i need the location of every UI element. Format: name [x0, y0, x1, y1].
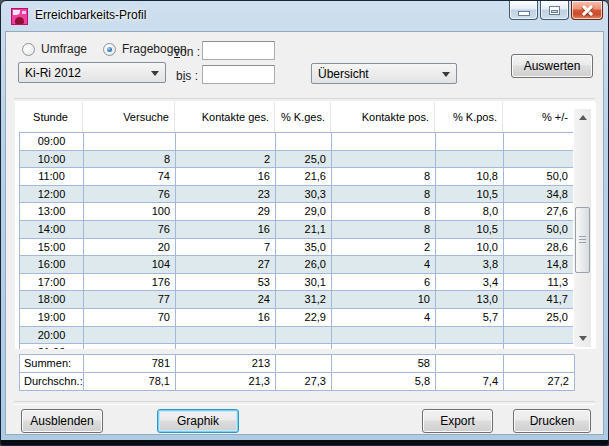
table-cell: 8 [332, 221, 436, 238]
table-cell: 2 [176, 151, 276, 168]
scroll-up-button[interactable] [574, 109, 591, 125]
table-cell: 8 [84, 151, 176, 168]
table-cell: 13,0 [436, 291, 504, 308]
table-row[interactable]: 14:00761621,1810,550,0 [19, 221, 573, 239]
table-cell: 76 [84, 221, 176, 238]
column-header[interactable]: % +/- [503, 102, 573, 132]
maximize-button[interactable] [540, 1, 569, 20]
table-cell: 100 [84, 203, 176, 220]
table-cell [176, 344, 276, 349]
chevron-down-icon [151, 71, 159, 80]
table-cell: 20 [84, 239, 176, 256]
radio-umfrage[interactable]: Umfrage [22, 42, 87, 56]
table-cell: 4 [332, 309, 436, 326]
table-cell: 15:00 [20, 239, 84, 256]
von-label: von : [174, 45, 200, 59]
table-cell: 11,3 [504, 274, 573, 291]
summary-cell: 781 [84, 355, 176, 372]
table-cell: 5,7 [436, 309, 504, 326]
window: Erreichbarkeits-Profil Umfrage Frageboge… [0, 0, 609, 446]
table-cell [436, 151, 504, 168]
window-title: Erreichbarkeits-Profil [35, 8, 146, 22]
column-header[interactable]: Kontakte pos. [331, 102, 435, 132]
table-row[interactable]: 21:00 [19, 344, 573, 349]
column-header[interactable]: % K.pos. [435, 102, 503, 132]
table-row[interactable]: 16:001042726,043,814,8 [19, 256, 573, 274]
table-header-row: StundeVersucheKontakte ges.% K.ges.Konta… [19, 102, 573, 132]
scroll-down-button[interactable] [574, 331, 591, 347]
results-table: StundeVersucheKontakte ges.% K.ges.Konta… [15, 102, 596, 349]
table-cell: 10,5 [436, 186, 504, 203]
column-header[interactable]: Kontakte ges. [175, 102, 275, 132]
ausblenden-button[interactable]: Ausblenden [21, 409, 103, 433]
drucken-button[interactable]: Drucken [513, 409, 591, 433]
table-cell [332, 133, 436, 150]
view-combobox[interactable]: Übersicht [311, 63, 457, 84]
table-cell: 16 [176, 221, 276, 238]
bis-input[interactable] [202, 65, 275, 84]
scrollbar-thumb[interactable] [575, 207, 590, 273]
table-row[interactable]: 13:001002929,088,027,6 [19, 203, 573, 221]
column-header[interactable]: Stunde [19, 102, 83, 132]
summary-cell: 27,3 [276, 373, 332, 390]
table-row[interactable]: 15:0020735,0210,028,6 [19, 239, 573, 257]
table-cell: 29 [176, 203, 276, 220]
table-cell [276, 344, 332, 349]
table-cell [84, 327, 176, 344]
column-header[interactable]: Versuche [83, 102, 175, 132]
table-cell: 8 [332, 186, 436, 203]
von-input[interactable] [202, 41, 275, 60]
minimize-button[interactable] [509, 1, 538, 20]
table-cell: 25,0 [504, 309, 573, 326]
auswerten-button[interactable]: Auswerten [511, 54, 593, 78]
close-button[interactable] [571, 1, 603, 20]
table-cell: 14:00 [20, 221, 84, 238]
table-cell: 6 [332, 274, 436, 291]
table-cell [84, 133, 176, 150]
table-cell: 28,6 [504, 239, 573, 256]
table-row[interactable]: 17:001765330,163,411,3 [19, 274, 573, 292]
table-cell: 35,0 [276, 239, 332, 256]
table-row[interactable]: 10:008225,0 [19, 151, 573, 169]
column-header[interactable]: % K.ges. [275, 102, 331, 132]
table-cell [84, 344, 176, 349]
table-cell: 41,7 [504, 291, 573, 308]
table-row[interactable]: 09:00 [19, 133, 573, 151]
minimize-icon [519, 12, 529, 15]
graphik-button[interactable]: Graphik [157, 409, 239, 433]
table-cell: 16 [176, 309, 276, 326]
table-cell: 09:00 [20, 133, 84, 150]
table-cell: 17:00 [20, 274, 84, 291]
table-cell: 21:00 [20, 344, 84, 349]
table-cell: 50,0 [504, 168, 573, 185]
table-row[interactable]: 12:00762330,3810,534,8 [19, 186, 573, 204]
vertical-scrollbar[interactable] [574, 109, 591, 347]
table-cell: 10,8 [436, 168, 504, 185]
summary-cell: 213 [176, 355, 276, 372]
table-cell: 11:00 [20, 168, 84, 185]
summary-table: Summen:78121358Durchschn.:78,121,327,35,… [19, 354, 575, 391]
summary-cell: 27,2 [504, 373, 574, 390]
table-row[interactable]: 19:00701622,945,725,0 [19, 309, 573, 327]
table-row[interactable]: 20:00 [19, 327, 573, 345]
table-row[interactable]: 18:00772431,21013,041,7 [19, 291, 573, 309]
table-cell: 16:00 [20, 256, 84, 273]
table-row[interactable]: 11:00741621,6810,850,0 [19, 168, 573, 186]
table-cell: 70 [84, 309, 176, 326]
summary-cell: 5,8 [332, 373, 436, 390]
table-cell [436, 344, 504, 349]
export-button[interactable]: Export [422, 409, 493, 433]
table-cell [276, 327, 332, 344]
summary-cell [276, 355, 332, 372]
view-combobox-value: Übersicht [318, 67, 369, 81]
table-body: 09:0010:008225,011:00741621,6810,850,012… [19, 132, 573, 349]
table-cell: 22,9 [276, 309, 332, 326]
table-cell: 2 [332, 239, 436, 256]
survey-combobox[interactable]: Ki-Ri 2012 [18, 62, 166, 83]
table-cell [504, 151, 573, 168]
table-cell: 176 [84, 274, 176, 291]
summary-row: Summen:78121358 [20, 355, 574, 373]
summary-cell: 21,3 [176, 373, 276, 390]
table-cell: 50,0 [504, 221, 573, 238]
table-cell: 4 [332, 256, 436, 273]
